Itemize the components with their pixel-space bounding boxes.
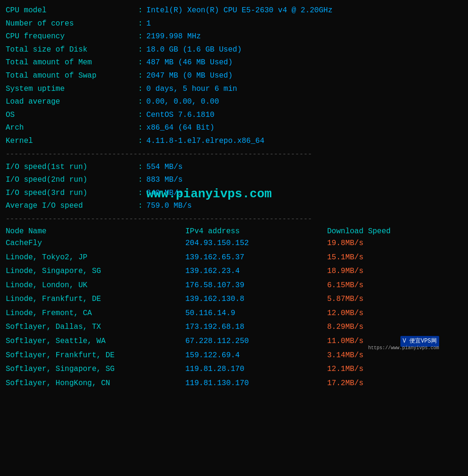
network-block: Node Name IPv4 address Download Speed Ca… xyxy=(6,226,462,391)
network-row-6: Softlayer, Dallas, TX173.192.68.188.29MB… xyxy=(6,320,462,335)
network-node-0: CacheFly xyxy=(6,237,185,251)
network-speed-7: 11.0MB/sV 便宜VPS网https://www.pianyivps.co… xyxy=(327,335,462,349)
system-value-1: 1 xyxy=(147,18,151,30)
network-row-4: Linode, Frankfurt, DE139.162.130.85.87MB… xyxy=(6,292,462,307)
colon-9: : xyxy=(138,122,143,134)
network-speed-8: 3.14MB/s xyxy=(327,349,462,363)
system-label-7: Load average xyxy=(6,96,138,108)
network-node-6: Softlayer, Dallas, TX xyxy=(6,320,185,335)
network-node-1: Linode, Tokyo2, JP xyxy=(6,251,185,265)
network-speed-3: 6.15MB/s xyxy=(327,279,462,293)
network-node-7: Softlayer, Seattle, WA xyxy=(6,335,185,349)
network-node-10: Softlayer, HongKong, CN xyxy=(6,377,185,391)
network-speed-1: 15.1MB/s xyxy=(327,251,462,265)
network-ip-4: 139.162.130.8 xyxy=(185,292,327,307)
network-speed-9: 12.1MB/s xyxy=(327,362,462,377)
system-row-1: Number of cores : 1 xyxy=(6,18,462,30)
network-ip-2: 139.162.23.4 xyxy=(185,264,327,279)
network-node-2: Linode, Singapore, SG xyxy=(6,264,185,279)
network-ip-6: 173.192.68.18 xyxy=(185,320,327,335)
io-value-0: 554 MB/s xyxy=(147,161,183,174)
io-value-3: 759.0 MB/s xyxy=(147,200,192,212)
colon-0: : xyxy=(138,5,143,17)
network-speed-4: 5.87MB/s xyxy=(327,292,462,307)
system-info-block: CPU model : Intel(R) Xeon(R) CPU E5-2630… xyxy=(6,5,462,148)
system-label-1: Number of cores xyxy=(6,18,138,30)
system-value-5: 2047 MB (0 MB Used) xyxy=(147,70,233,82)
network-speed-5: 12.0MB/s xyxy=(327,307,462,321)
io-colon-0: : xyxy=(138,161,143,174)
system-label-6: System uptime xyxy=(6,83,138,96)
system-row-2: CPU frequency : 2199.998 MHz xyxy=(6,31,462,43)
system-label-5: Total amount of Swap xyxy=(6,70,138,82)
network-row-8: Softlayer, Frankfurt, DE159.122.69.43.14… xyxy=(6,349,462,363)
colon-8: : xyxy=(138,109,143,122)
network-ip-9: 119.81.28.170 xyxy=(185,362,327,377)
io-row-0: I/O speed(1st run) : 554 MB/s xyxy=(6,161,462,174)
system-row-8: OS : CentOS 7.6.1810 xyxy=(6,109,462,122)
network-ip-5: 50.116.14.9 xyxy=(185,307,327,321)
network-node-9: Softlayer, Singapore, SG xyxy=(6,362,185,377)
watermark-logo: V 便宜VPS网 xyxy=(400,336,439,347)
system-row-3: Total size of Disk : 18.0 GB (1.6 GB Use… xyxy=(6,44,462,56)
network-row-5: Linode, Fremont, CA50.116.14.912.0MB/s xyxy=(6,307,462,321)
system-label-9: Arch xyxy=(6,122,138,134)
colon-1: : xyxy=(138,18,143,30)
divider-2: ----------------------------------------… xyxy=(6,215,462,223)
system-value-7: 0.00, 0.00, 0.00 xyxy=(147,96,219,108)
system-row-0: CPU model : Intel(R) Xeon(R) CPU E5-2630… xyxy=(6,5,462,17)
network-row-10: Softlayer, HongKong, CN119.81.130.17017.… xyxy=(6,377,462,391)
io-value-1: 883 MB/s xyxy=(147,174,183,186)
network-ip-10: 119.81.130.170 xyxy=(185,377,327,391)
io-label-2: I/O speed(3rd run) xyxy=(6,187,138,200)
network-row-0: CacheFly204.93.150.15219.8MB/s xyxy=(6,237,462,251)
system-row-5: Total amount of Swap: 2047 MB (0 MB Used… xyxy=(6,70,462,82)
network-ip-1: 139.162.65.37 xyxy=(185,251,327,265)
system-label-10: Kernel xyxy=(6,135,138,148)
network-node-4: Linode, Frankfurt, DE xyxy=(6,292,185,307)
system-value-0: Intel(R) Xeon(R) CPU E5-2630 v4 @ 2.20GH… xyxy=(147,5,333,17)
system-label-4: Total amount of Mem xyxy=(6,57,138,69)
network-ip-3: 176.58.107.39 xyxy=(185,279,327,293)
col-header-speed: Download Speed xyxy=(327,226,462,237)
system-label-2: CPU frequency xyxy=(6,31,138,43)
network-ip-7: 67.228.112.250 xyxy=(185,335,327,349)
terminal-container: CPU model : Intel(R) Xeon(R) CPU E5-2630… xyxy=(6,5,462,390)
io-value-2: 840 MB/swww.pianyivps.com xyxy=(147,187,183,200)
network-speed-2: 18.9MB/s xyxy=(327,264,462,279)
io-colon-1: : xyxy=(138,174,143,186)
network-row-1: Linode, Tokyo2, JP139.162.65.3715.1MB/s xyxy=(6,251,462,265)
colon-5: : xyxy=(138,70,143,82)
system-label-8: OS xyxy=(6,109,138,122)
colon-4: : xyxy=(138,57,143,69)
network-row-7: Softlayer, Seattle, WA67.228.112.25011.0… xyxy=(6,335,462,349)
io-label-0: I/O speed(1st run) xyxy=(6,161,138,174)
colon-2: : xyxy=(138,31,143,43)
system-value-9: x86_64 (64 Bit) xyxy=(147,122,215,134)
io-label-3: Average I/O speed xyxy=(6,200,138,212)
network-ip-8: 159.122.69.4 xyxy=(185,349,327,363)
io-row-3: Average I/O speed : 759.0 MB/s xyxy=(6,200,462,212)
io-colon-3: : xyxy=(138,200,143,212)
system-label-3: Total size of Disk xyxy=(6,44,138,56)
network-node-8: Softlayer, Frankfurt, DE xyxy=(6,349,185,363)
io-row-1: I/O speed(2nd run) : 883 MB/s xyxy=(6,174,462,186)
system-label-0: CPU model xyxy=(6,5,138,17)
system-row-9: Arch : x86_64 (64 Bit) xyxy=(6,122,462,134)
network-speed-0: 19.8MB/s xyxy=(327,237,462,251)
system-value-4: 487 MB (46 MB Used) xyxy=(147,57,233,69)
colon-6: : xyxy=(138,83,143,96)
system-value-3: 18.0 GB (1.6 GB Used) xyxy=(147,44,242,56)
io-info-block: I/O speed(1st run) : 554 MB/sI/O speed(2… xyxy=(6,161,462,212)
col-header-name: Node Name xyxy=(6,226,185,237)
network-row-2: Linode, Singapore, SG139.162.23.418.9MB/… xyxy=(6,264,462,279)
system-row-4: Total amount of Mem: 487 MB (46 MB Used) xyxy=(6,57,462,69)
system-row-7: Load average : 0.00, 0.00, 0.00 xyxy=(6,96,462,108)
colon-10: : xyxy=(138,135,143,148)
network-node-5: Linode, Fremont, CA xyxy=(6,307,185,321)
io-label-1: I/O speed(2nd run) xyxy=(6,174,138,186)
col-header-ip: IPv4 address xyxy=(185,226,327,237)
io-row-2: I/O speed(3rd run) : 840 MB/swww.pianyiv… xyxy=(6,187,462,200)
system-row-10: Kernel : 4.11.8-1.el7.elrepo.x86_64 xyxy=(6,135,462,148)
system-value-8: CentOS 7.6.1810 xyxy=(147,109,215,122)
